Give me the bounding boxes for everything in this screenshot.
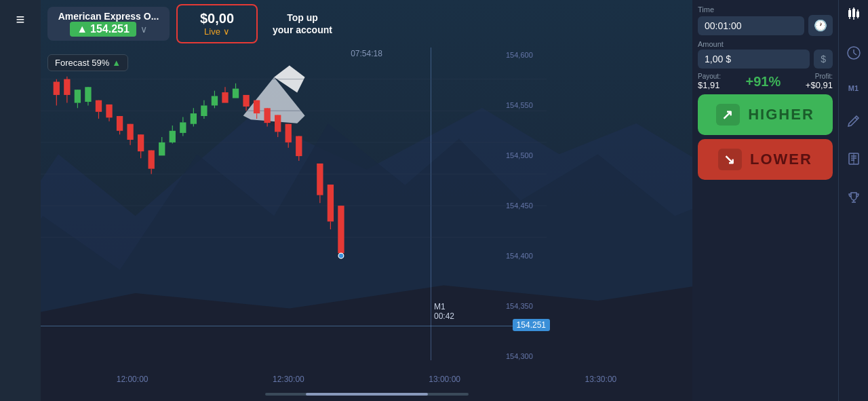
svg-rect-34 bbox=[127, 124, 133, 140]
time-row: 🕐 bbox=[698, 15, 833, 36]
svg-rect-70 bbox=[254, 100, 260, 113]
profit-block: Profit: +$0,91 bbox=[806, 73, 833, 90]
clock-history-icon[interactable] bbox=[846, 45, 861, 64]
svg-rect-22 bbox=[85, 87, 91, 102]
time-input[interactable] bbox=[698, 16, 804, 35]
current-price-display: 154.251 bbox=[90, 23, 130, 35]
payout-percentage: +91% bbox=[746, 74, 781, 90]
higher-arrow-icon: ↗ bbox=[716, 104, 740, 126]
book-icon[interactable] bbox=[846, 151, 861, 170]
svg-rect-43 bbox=[159, 142, 165, 155]
side-icons-panel: M1 bbox=[838, 0, 868, 401]
top-bar: American Express O... ▲ 154.251 ∨ ↑ $0,0… bbox=[41, 0, 692, 47]
asset-chevron[interactable]: ∨ bbox=[140, 24, 147, 35]
svg-rect-64 bbox=[233, 89, 239, 98]
time-section: Time 🕐 bbox=[698, 5, 833, 36]
x-label-1: 12:00:00 bbox=[117, 375, 149, 384]
svg-rect-28 bbox=[106, 104, 112, 117]
svg-rect-31 bbox=[117, 116, 123, 131]
x-label-4: 13:30:00 bbox=[585, 375, 617, 384]
balance-amount: $0,00 bbox=[200, 11, 234, 26]
m1-time-label: M1 00:42 bbox=[434, 302, 454, 321]
forecast-arrow: ▲ bbox=[112, 58, 121, 68]
balance-box[interactable]: $0,00 Live ∨ bbox=[176, 4, 258, 43]
payout-row: Payout: $1,91 +91% Profit: +$0,91 bbox=[698, 73, 833, 90]
current-price-label: 154.251 bbox=[513, 319, 550, 331]
svg-rect-85 bbox=[317, 164, 323, 195]
svg-line-105 bbox=[854, 53, 856, 55]
svg-point-93 bbox=[338, 253, 344, 259]
svg-rect-58 bbox=[212, 96, 218, 105]
x-axis: 12:00:00 12:30:00 13:00:00 13:30:00 bbox=[41, 375, 692, 384]
svg-rect-19 bbox=[75, 90, 81, 102]
amount-row: $ bbox=[698, 50, 833, 69]
forecast-label: Forecast 59% bbox=[55, 58, 109, 68]
live-label: Live bbox=[204, 26, 220, 37]
forecast-badge: Forecast 59% ▲ bbox=[47, 54, 128, 71]
x-label-2: 12:30:00 bbox=[273, 375, 304, 384]
payout-block: Payout: $1,91 bbox=[698, 73, 721, 90]
time-offset: 00:42 bbox=[434, 311, 454, 321]
svg-rect-13 bbox=[54, 82, 60, 95]
y-label-1: 154,600 bbox=[502, 51, 543, 59]
candlestick-chart bbox=[41, 47, 547, 269]
lower-button[interactable]: ↘ LOWER bbox=[698, 139, 833, 180]
svg-rect-100 bbox=[856, 12, 859, 17]
svg-line-106 bbox=[855, 117, 857, 119]
svg-rect-94 bbox=[848, 10, 851, 17]
higher-label: HIGHER bbox=[748, 106, 814, 123]
svg-rect-79 bbox=[285, 124, 292, 142]
svg-rect-61 bbox=[222, 92, 228, 103]
asset-name: American Express O... bbox=[58, 11, 159, 22]
left-panel: ≡ bbox=[0, 0, 41, 401]
hamburger-menu[interactable]: ≡ bbox=[16, 12, 25, 27]
svg-rect-55 bbox=[201, 105, 207, 116]
x-label-3: 13:00:00 bbox=[429, 375, 460, 384]
chart-time-label: 07:54:18 bbox=[351, 49, 382, 58]
amount-label: Amount bbox=[698, 40, 833, 48]
payout-label: Payout: bbox=[698, 73, 721, 80]
asset-selector[interactable]: American Express O... ▲ 154.251 ∨ bbox=[47, 7, 170, 41]
y-label-7: 154,300 bbox=[502, 352, 543, 360]
profit-value: +$0,91 bbox=[806, 80, 833, 90]
m1-text: M1 bbox=[434, 302, 446, 311]
svg-rect-46 bbox=[170, 131, 176, 142]
balance-live: Live ∨ bbox=[204, 26, 230, 37]
svg-rect-52 bbox=[191, 113, 197, 124]
svg-rect-37 bbox=[138, 134, 144, 151]
price-badge[interactable]: ▲ 154.251 bbox=[70, 22, 136, 37]
currency-badge: $ bbox=[814, 50, 833, 69]
higher-button[interactable]: ↗ HIGHER bbox=[698, 94, 833, 135]
lower-arrow-icon: ↘ bbox=[718, 149, 742, 170]
amount-input[interactable] bbox=[698, 50, 810, 69]
profit-label: Profit: bbox=[815, 73, 833, 80]
svg-rect-97 bbox=[852, 9, 855, 17]
scrollbar-thumb[interactable] bbox=[306, 393, 428, 396]
y-label-4: 154,450 bbox=[502, 202, 543, 210]
y-label-6: 154,350 bbox=[502, 302, 543, 310]
price-arrow-up: ▲ bbox=[77, 23, 87, 35]
top-up-button[interactable]: Top up your account bbox=[264, 7, 340, 40]
svg-rect-49 bbox=[180, 122, 186, 133]
svg-rect-91 bbox=[338, 206, 344, 253]
chart-scrollbar[interactable] bbox=[265, 393, 469, 396]
y-label-5: 154,400 bbox=[502, 252, 543, 260]
svg-rect-25 bbox=[96, 100, 102, 112]
clock-icon-button[interactable]: 🕐 bbox=[808, 15, 833, 36]
edit-icon[interactable] bbox=[846, 113, 861, 131]
live-chevron: ∨ bbox=[223, 26, 230, 37]
y-axis: 154,600 154,550 154,500 154,450 154,400 … bbox=[499, 51, 547, 360]
amount-section: Amount $ bbox=[698, 40, 833, 69]
svg-rect-40 bbox=[149, 151, 155, 169]
svg-rect-67 bbox=[243, 95, 249, 107]
candlestick-icon[interactable] bbox=[846, 7, 861, 25]
trophy-icon[interactable] bbox=[846, 190, 861, 208]
y-label-2: 154,550 bbox=[502, 101, 543, 109]
current-price-line bbox=[41, 326, 547, 326]
chart-area: American Express O... ▲ 154.251 ∨ ↑ $0,0… bbox=[41, 0, 692, 401]
top-up-line1: Top up bbox=[273, 12, 332, 24]
top-up-line2: your account bbox=[273, 24, 332, 36]
lower-label: LOWER bbox=[750, 151, 812, 168]
timeframe-m1[interactable]: M1 bbox=[848, 84, 859, 92]
right-panel: Time 🕐 Amount $ Payout: $1,91 +91% Profi… bbox=[692, 0, 838, 401]
